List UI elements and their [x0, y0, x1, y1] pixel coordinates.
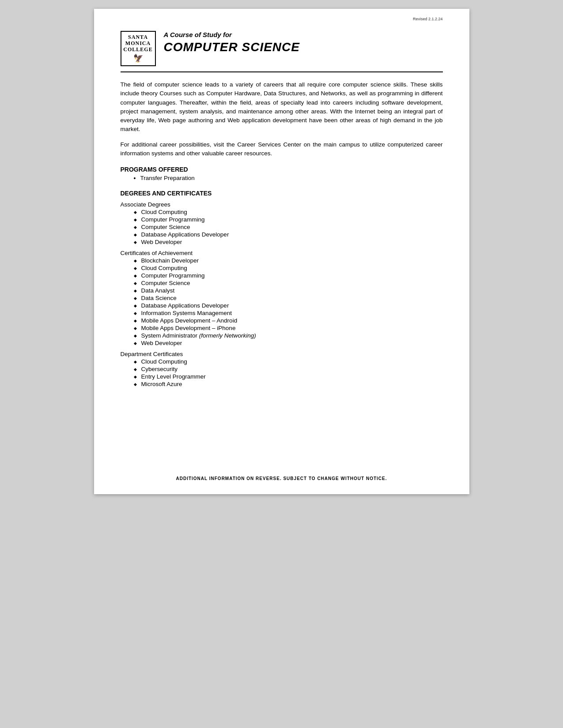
header-section: SANTA MONICA COLLEGE 🦅 A Course of Study…: [121, 31, 443, 66]
coa-list: Blockchain Developer Cloud Computing Com…: [134, 257, 443, 346]
page-footer: ADDITIONAL INFORMATION ON REVERSE. SUBJE…: [94, 476, 469, 481]
list-item-text: Web Developer: [141, 340, 182, 346]
body-paragraph-1: The field of computer science leads to a…: [121, 80, 443, 134]
list-item-text: Transfer Preparation: [140, 175, 194, 181]
list-item-text: Data Analyst: [141, 287, 175, 294]
list-item: Database Applications Developer: [134, 302, 443, 309]
revision-note: Revised 2.1.2.24: [413, 17, 443, 21]
list-item: Cloud Computing: [134, 358, 443, 365]
list-item-text: Mobile Apps Development – iPhone: [141, 325, 236, 331]
list-item: Mobile Apps Development – Android: [134, 317, 443, 324]
list-item: Transfer Preparation: [134, 175, 443, 182]
logo-line3: COLLEGE: [123, 46, 152, 53]
logo-box: SANTA MONICA COLLEGE 🦅: [121, 31, 156, 66]
page: Revised 2.1.2.24 SANTA MONICA COLLEGE 🦅 …: [94, 9, 469, 494]
logo-scroll: 🦅: [133, 54, 143, 64]
programs-offered-list: Transfer Preparation: [134, 175, 443, 182]
list-item-text: Mobile Apps Development – Android: [141, 317, 238, 324]
list-item: Cloud Computing: [134, 209, 443, 215]
logo-line1: SANTA: [128, 34, 148, 40]
list-item-text: Computer Science: [141, 280, 190, 286]
list-item: Information Systems Management: [134, 310, 443, 316]
list-item: Cybersecurity: [134, 366, 443, 372]
list-item: Mobile Apps Development – iPhone: [134, 325, 443, 331]
dept-certs-label: Department Certificates: [121, 351, 443, 357]
list-item: Web Developer: [134, 239, 443, 245]
list-item-text: Web Developer: [141, 239, 182, 245]
logo-line2: MONICA: [125, 40, 151, 46]
title-area: A Course of Study for COMPUTER SCIENCE: [164, 31, 300, 54]
list-item-text: Blockchain Developer: [141, 257, 199, 264]
logo-area: SANTA MONICA COLLEGE 🦅: [121, 31, 156, 66]
list-item: Computer Programming: [134, 216, 443, 223]
list-item-text: System Administrator (formerly Networkin…: [141, 332, 256, 339]
associate-degrees-list: Cloud Computing Computer Programming Com…: [134, 209, 443, 245]
list-item-text: Cloud Computing: [141, 209, 187, 215]
list-item-text: Computer Science: [141, 224, 190, 230]
list-item-text: Database Applications Developer: [141, 302, 229, 309]
list-item-text: Computer Programming: [141, 272, 205, 279]
list-item: System Administrator (formerly Networkin…: [134, 332, 443, 339]
list-item: Cloud Computing: [134, 265, 443, 271]
list-item-text: Computer Programming: [141, 216, 205, 223]
list-item-text: Microsoft Azure: [141, 381, 182, 387]
list-item-text: Cybersecurity: [141, 366, 178, 372]
dept-certs-list: Cloud Computing Cybersecurity Entry Leve…: [134, 358, 443, 387]
list-item: Computer Programming: [134, 272, 443, 279]
associate-degrees-label: Associate Degrees: [121, 201, 443, 208]
coa-label: Certificates of Achievement: [121, 250, 443, 256]
list-item-text: Information Systems Management: [141, 310, 232, 316]
list-item-text: Cloud Computing: [141, 265, 187, 271]
body-paragraph-2: For additional career possibilities, vis…: [121, 140, 443, 158]
list-item-text: Database Applications Developer: [141, 231, 229, 238]
list-item-text: Cloud Computing: [141, 358, 187, 365]
course-subtitle: A Course of Study for: [164, 31, 300, 38]
header-divider: [121, 71, 443, 72]
list-item: Data Analyst: [134, 287, 443, 294]
list-item-text: Data Science: [141, 295, 177, 301]
programs-offered-heading: PROGRAMS OFFERED: [121, 166, 443, 173]
list-item: Microsoft Azure: [134, 381, 443, 387]
list-item: Blockchain Developer: [134, 257, 443, 264]
list-item: Entry Level Programmer: [134, 373, 443, 380]
list-item: Database Applications Developer: [134, 231, 443, 238]
degrees-certificates-heading: DEGREES AND CERTIFICATES: [121, 190, 443, 197]
list-item: Data Science: [134, 295, 443, 301]
list-item: Computer Science: [134, 280, 443, 286]
list-item: Computer Science: [134, 224, 443, 230]
course-title: COMPUTER SCIENCE: [164, 40, 300, 54]
list-item: Web Developer: [134, 340, 443, 346]
list-item-text: Entry Level Programmer: [141, 373, 206, 380]
